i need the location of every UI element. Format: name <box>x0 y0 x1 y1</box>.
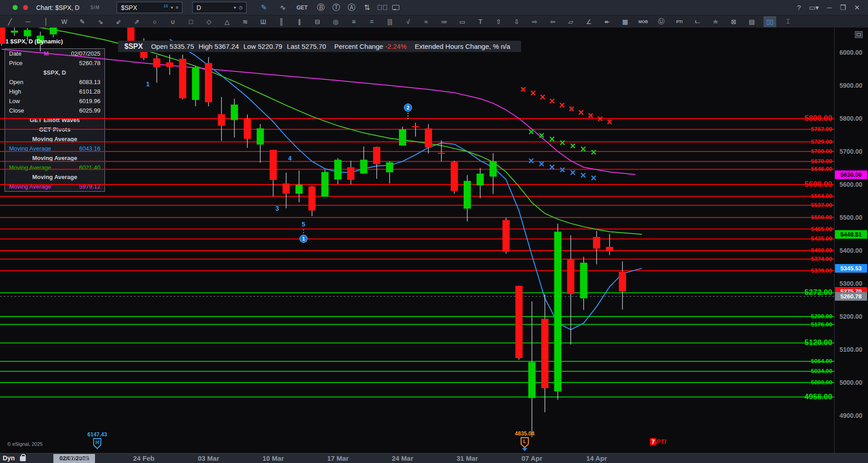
layout-button[interactable]: ▭▾ <box>809 4 819 12</box>
triangle-tool-icon[interactable]: △ <box>221 16 233 27</box>
channel-tool-icon[interactable]: ║ <box>275 16 288 27</box>
help-button[interactable]: ? <box>797 4 801 11</box>
blue-x-mark: × <box>580 170 586 181</box>
date-axis-label: 10 Mar <box>253 454 294 462</box>
arrow-up-tool-icon[interactable]: ⇧ <box>492 16 505 27</box>
price-level-label: 5435.00 <box>783 235 832 242</box>
sort-arrows-icon[interactable]: ⇅ <box>361 3 372 12</box>
price-label-tool-icon[interactable]: ▭ <box>456 16 469 27</box>
parallel-lines-tool-icon[interactable]: ≋ <box>239 16 251 27</box>
check-tool-tool-icon[interactable]: √ <box>402 16 414 27</box>
candle-body <box>489 161 497 177</box>
callout-tool-icon[interactable]: ▱ <box>564 16 577 27</box>
date-axis-label: 24 Feb <box>123 454 164 462</box>
candle-body <box>593 237 600 249</box>
hamburger-icon[interactable]: ≡ <box>176 5 179 10</box>
vertical-line-tool-icon[interactable]: │ <box>40 16 52 27</box>
wave-indicator-icon[interactable]: ∿ <box>277 3 288 12</box>
pencil-icon[interactable]: ✎ <box>258 3 269 12</box>
close-button[interactable]: ✕ <box>854 4 860 12</box>
elliott-wave-label: 4 <box>288 155 292 162</box>
price-axis[interactable] <box>834 28 868 453</box>
price-level-label: 5374.00 <box>783 255 832 262</box>
date-axis-label: 07 Apr <box>512 454 552 462</box>
ray-line-tool-icon[interactable]: ⇙ <box>112 16 125 27</box>
candle-body <box>399 129 406 146</box>
interval-select[interactable]: D ▾ ◷ <box>192 2 247 13</box>
circled-u-tool-tool-icon[interactable]: Ⓤ <box>655 16 668 27</box>
axis-tick-label: 5800.00 <box>840 115 863 122</box>
candle-body <box>503 220 510 252</box>
axis-tick-label: 5300.00 <box>840 280 863 287</box>
axis-price-badge: 5345.53 <box>835 264 867 273</box>
candle-body <box>166 62 173 67</box>
green-x-mark: × <box>560 137 565 148</box>
candle-body <box>515 286 522 358</box>
arrow-right-tool-icon[interactable]: ⇨ <box>528 16 541 27</box>
pencil-tool-icon[interactable]: ✎ <box>76 16 89 27</box>
bracket-tool-tool-icon[interactable]: ▯▯ <box>764 16 776 27</box>
circled-a-icon[interactable]: Ⓐ <box>346 2 357 13</box>
pti-tool-tool-icon[interactable]: PTI <box>673 16 686 27</box>
pitchfork-tool-icon[interactable]: Ш <box>257 16 270 27</box>
extended-hours-change: Extended Hours Change, % n/a <box>415 43 510 50</box>
restore-button[interactable]: ❐ <box>840 4 846 12</box>
grid-tool-tool-icon[interactable]: ▦ <box>619 16 631 27</box>
dyn-mode-toggle[interactable]: Dyn <box>3 454 14 462</box>
trend-line-tool-icon[interactable]: ╱ <box>4 16 16 27</box>
rotated-rectangle-tool-icon[interactable]: ◇ <box>203 16 215 27</box>
clock-icon: ◷ <box>239 5 243 10</box>
chevron-down-icon[interactable]: ▾ <box>171 5 173 10</box>
zigzag-tool-icon[interactable]: W <box>58 16 71 27</box>
fib-circles-tool-icon[interactable]: ◎ <box>329 16 342 27</box>
flag-tool-icon[interactable]: ⊟ <box>311 16 324 27</box>
chevron-down-icon[interactable]: ▾ <box>234 5 236 10</box>
lpp-tool-tool-icon[interactable]: L.. <box>691 16 704 27</box>
edit-note-icon[interactable]: ✎⃞ <box>377 4 388 12</box>
blue-x-mark: × <box>549 161 555 173</box>
fib-time-zones-tool-icon[interactable]: ||| <box>384 16 396 27</box>
chart-canvas[interactable]: ×××××××××××××××××××××××× <box>0 28 834 453</box>
mob-tool-tool-icon[interactable]: MOB <box>637 16 650 27</box>
minimize-button[interactable]: ─ <box>827 4 832 11</box>
wave-tool-tool-icon[interactable]: ≈ <box>420 16 432 27</box>
pane-title: 1 $SPX, D (Dynamic) <box>5 38 63 45</box>
eraser-tool-icon[interactable]: ⊠ <box>727 16 740 27</box>
horizontal-line-tool-icon[interactable]: ─ <box>22 16 34 27</box>
text-tool-tool-icon[interactable]: T <box>474 16 487 27</box>
circled-t-icon[interactable]: Ⓣ <box>331 2 342 13</box>
candle-body <box>360 160 367 174</box>
candle-body <box>619 272 626 292</box>
measure-tool-tool-icon[interactable]: ≐ <box>709 16 722 27</box>
window-title: Chart: $SPX, D <box>36 4 80 11</box>
axis-tick-label: 5700.00 <box>840 148 863 155</box>
symbol-value: $SPX <box>121 4 137 11</box>
symbol-input[interactable]: $SPX 15 ▾ ≡ <box>117 2 182 13</box>
chart-area[interactable]: DateM02/07/2025Price5260.78$SPX, DOpen60… <box>0 28 868 453</box>
long-arrow-tool-icon[interactable]: ↞ <box>601 16 613 27</box>
maximize-pane-button[interactable] <box>855 31 863 38</box>
fib-retracement-tool-icon[interactable]: ≡ <box>347 16 360 27</box>
extended-line-tool-icon[interactable]: ⇗ <box>130 16 143 27</box>
arrow-down-tool-icon[interactable]: ⇩ <box>510 16 523 27</box>
axis-tick-label: 5900.00 <box>840 82 863 89</box>
candle-settings-tool-icon[interactable]: ⌶ <box>782 16 794 27</box>
notes-tool-icon[interactable]: ▤ <box>745 16 758 27</box>
angle-tool-tool-icon[interactable]: ∠ <box>583 16 595 27</box>
red-x-mark: × <box>559 99 565 111</box>
get-menu-button[interactable]: GET <box>296 5 307 11</box>
price-level-label: 5800.00 <box>783 114 832 123</box>
fib-extension-tool-icon[interactable]: = <box>365 16 378 27</box>
ellipse-tool-icon[interactable]: ○ <box>148 16 161 27</box>
red-x-mark: × <box>607 116 612 128</box>
arrow-line-tool-icon[interactable]: ⇘ <box>94 16 107 27</box>
arc-tool-icon[interactable]: ∪ <box>166 16 179 27</box>
lock-icon[interactable] <box>20 456 26 461</box>
slant-channel-tool-icon[interactable]: ∥ <box>293 16 306 27</box>
price-level-label: 5120.00 <box>783 338 832 347</box>
rectangle-tool-icon[interactable]: □ <box>185 16 197 27</box>
arrow-left-tool-icon[interactable]: ⇦ <box>546 16 559 27</box>
chat-bubble-icon[interactable] <box>392 5 399 10</box>
circled-b-icon[interactable]: Ⓑ <box>315 2 326 13</box>
price-range-tool-icon[interactable]: ≔ <box>438 16 451 27</box>
